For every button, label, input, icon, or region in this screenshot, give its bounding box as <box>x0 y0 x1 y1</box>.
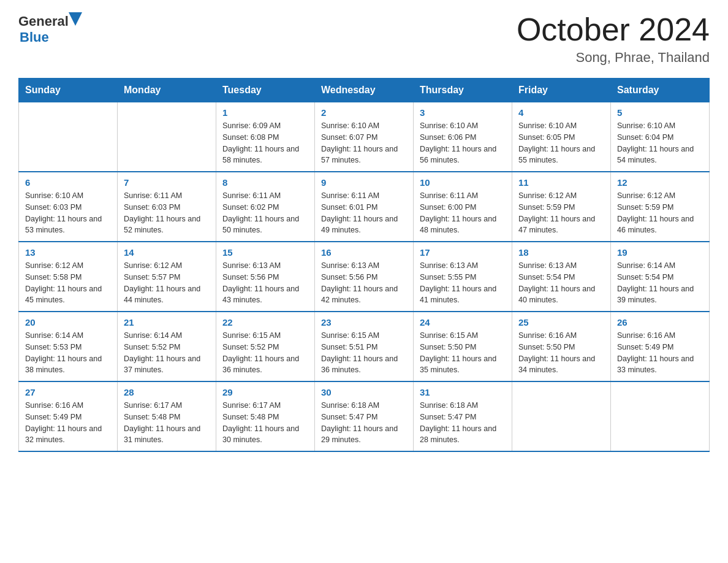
calendar-cell: 8Sunrise: 6:11 AMSunset: 6:02 PMDaylight… <box>216 172 315 242</box>
day-number: 5 <box>617 107 703 118</box>
calendar-cell: 11Sunrise: 6:12 AMSunset: 5:59 PMDayligh… <box>512 172 611 242</box>
calendar-cell: 3Sunrise: 6:10 AMSunset: 6:06 PMDaylight… <box>414 102 512 172</box>
day-info: Sunrise: 6:14 AMSunset: 5:54 PMDaylight:… <box>617 260 703 306</box>
svg-marker-0 <box>69 12 82 26</box>
day-info: Sunrise: 6:13 AMSunset: 5:56 PMDaylight:… <box>321 260 407 306</box>
day-number: 4 <box>518 107 604 118</box>
logo: General Blue <box>18 12 82 45</box>
calendar-week-row: 27Sunrise: 6:16 AMSunset: 5:49 PMDayligh… <box>19 381 710 451</box>
calendar-cell: 12Sunrise: 6:12 AMSunset: 5:59 PMDayligh… <box>611 172 710 242</box>
day-number: 11 <box>518 177 604 188</box>
calendar-cell: 31Sunrise: 6:18 AMSunset: 5:47 PMDayligh… <box>414 381 512 451</box>
day-info: Sunrise: 6:15 AMSunset: 5:50 PMDaylight:… <box>420 330 506 376</box>
logo-general: General <box>18 13 69 29</box>
col-saturday: Saturday <box>611 79 710 102</box>
day-info: Sunrise: 6:12 AMSunset: 5:59 PMDaylight:… <box>617 190 703 236</box>
day-number: 14 <box>124 247 210 258</box>
day-info: Sunrise: 6:12 AMSunset: 5:57 PMDaylight:… <box>124 260 210 306</box>
day-number: 31 <box>420 387 506 397</box>
day-number: 24 <box>420 317 506 327</box>
calendar-cell <box>19 102 118 172</box>
day-info: Sunrise: 6:13 AMSunset: 5:54 PMDaylight:… <box>518 260 604 306</box>
day-info: Sunrise: 6:18 AMSunset: 5:47 PMDaylight:… <box>321 400 407 446</box>
title-block: October 2024 Song, Phrae, Thailand <box>517 12 710 66</box>
calendar-cell: 30Sunrise: 6:18 AMSunset: 5:47 PMDayligh… <box>315 381 414 451</box>
calendar-cell: 25Sunrise: 6:16 AMSunset: 5:50 PMDayligh… <box>512 312 611 381</box>
day-info: Sunrise: 6:13 AMSunset: 5:55 PMDaylight:… <box>420 260 506 306</box>
calendar-cell: 14Sunrise: 6:12 AMSunset: 5:57 PMDayligh… <box>118 242 216 312</box>
day-number: 26 <box>617 317 703 327</box>
calendar-cell: 18Sunrise: 6:13 AMSunset: 5:54 PMDayligh… <box>512 242 611 312</box>
day-info: Sunrise: 6:12 AMSunset: 5:58 PMDaylight:… <box>25 260 111 306</box>
calendar-cell: 22Sunrise: 6:15 AMSunset: 5:52 PMDayligh… <box>216 312 315 381</box>
calendar-cell: 28Sunrise: 6:17 AMSunset: 5:48 PMDayligh… <box>118 381 216 451</box>
calendar-cell: 23Sunrise: 6:15 AMSunset: 5:51 PMDayligh… <box>315 312 414 381</box>
col-tuesday: Tuesday <box>216 79 315 102</box>
day-info: Sunrise: 6:16 AMSunset: 5:49 PMDaylight:… <box>25 400 111 446</box>
day-info: Sunrise: 6:17 AMSunset: 5:48 PMDaylight:… <box>124 400 210 446</box>
day-info: Sunrise: 6:11 AMSunset: 6:02 PMDaylight:… <box>222 190 308 236</box>
calendar-cell: 5Sunrise: 6:10 AMSunset: 6:04 PMDaylight… <box>611 102 710 172</box>
calendar-cell: 29Sunrise: 6:17 AMSunset: 5:48 PMDayligh… <box>216 381 315 451</box>
logo-blue: Blue <box>20 29 49 45</box>
day-number: 29 <box>222 387 308 397</box>
calendar-week-row: 13Sunrise: 6:12 AMSunset: 5:58 PMDayligh… <box>19 242 710 312</box>
calendar-cell: 13Sunrise: 6:12 AMSunset: 5:58 PMDayligh… <box>19 242 118 312</box>
calendar-cell: 2Sunrise: 6:10 AMSunset: 6:07 PMDaylight… <box>315 102 414 172</box>
logo-icon <box>69 12 82 26</box>
calendar-cell <box>611 381 710 451</box>
calendar-cell: 19Sunrise: 6:14 AMSunset: 5:54 PMDayligh… <box>611 242 710 312</box>
day-number: 30 <box>321 387 407 397</box>
calendar-cell: 6Sunrise: 6:10 AMSunset: 6:03 PMDaylight… <box>19 172 118 242</box>
logo-text: General Blue <box>18 12 82 45</box>
calendar-cell: 9Sunrise: 6:11 AMSunset: 6:01 PMDaylight… <box>315 172 414 242</box>
day-number: 10 <box>420 177 506 188</box>
calendar-cell: 7Sunrise: 6:11 AMSunset: 6:03 PMDaylight… <box>118 172 216 242</box>
calendar-cell: 24Sunrise: 6:15 AMSunset: 5:50 PMDayligh… <box>414 312 512 381</box>
day-info: Sunrise: 6:11 AMSunset: 6:01 PMDaylight:… <box>321 190 407 236</box>
day-info: Sunrise: 6:15 AMSunset: 5:51 PMDaylight:… <box>321 330 407 376</box>
calendar-cell: 4Sunrise: 6:10 AMSunset: 6:05 PMDaylight… <box>512 102 611 172</box>
day-info: Sunrise: 6:13 AMSunset: 5:56 PMDaylight:… <box>222 260 308 306</box>
day-number: 19 <box>617 247 703 258</box>
calendar-cell: 1Sunrise: 6:09 AMSunset: 6:08 PMDaylight… <box>216 102 315 172</box>
day-number: 12 <box>617 177 703 188</box>
day-number: 22 <box>222 317 308 327</box>
calendar-cell: 10Sunrise: 6:11 AMSunset: 6:00 PMDayligh… <box>414 172 512 242</box>
day-number: 21 <box>124 317 210 327</box>
day-number: 27 <box>25 387 111 397</box>
col-wednesday: Wednesday <box>315 79 414 102</box>
day-number: 2 <box>321 107 407 118</box>
col-sunday: Sunday <box>19 79 118 102</box>
day-info: Sunrise: 6:10 AMSunset: 6:04 PMDaylight:… <box>617 120 703 166</box>
day-number: 18 <box>518 247 604 258</box>
calendar-week-row: 20Sunrise: 6:14 AMSunset: 5:53 PMDayligh… <box>19 312 710 381</box>
calendar-cell: 20Sunrise: 6:14 AMSunset: 5:53 PMDayligh… <box>19 312 118 381</box>
day-info: Sunrise: 6:11 AMSunset: 6:03 PMDaylight:… <box>124 190 210 236</box>
day-number: 16 <box>321 247 407 258</box>
day-number: 9 <box>321 177 407 188</box>
day-info: Sunrise: 6:12 AMSunset: 5:59 PMDaylight:… <box>518 190 604 236</box>
day-info: Sunrise: 6:10 AMSunset: 6:07 PMDaylight:… <box>321 120 407 166</box>
day-info: Sunrise: 6:14 AMSunset: 5:53 PMDaylight:… <box>25 330 111 376</box>
day-number: 20 <box>25 317 111 327</box>
day-info: Sunrise: 6:09 AMSunset: 6:08 PMDaylight:… <box>222 120 308 166</box>
calendar-cell: 27Sunrise: 6:16 AMSunset: 5:49 PMDayligh… <box>19 381 118 451</box>
calendar-week-row: 1Sunrise: 6:09 AMSunset: 6:08 PMDaylight… <box>19 102 710 172</box>
month-title: October 2024 <box>517 12 710 47</box>
calendar-cell: 17Sunrise: 6:13 AMSunset: 5:55 PMDayligh… <box>414 242 512 312</box>
day-number: 8 <box>222 177 308 188</box>
day-info: Sunrise: 6:16 AMSunset: 5:49 PMDaylight:… <box>617 330 703 376</box>
day-info: Sunrise: 6:10 AMSunset: 6:03 PMDaylight:… <box>25 190 111 236</box>
day-number: 15 <box>222 247 308 258</box>
page-header: General Blue October 2024 Song, Phrae, T… <box>18 12 710 66</box>
day-info: Sunrise: 6:16 AMSunset: 5:50 PMDaylight:… <box>518 330 604 376</box>
calendar-week-row: 6Sunrise: 6:10 AMSunset: 6:03 PMDaylight… <box>19 172 710 242</box>
calendar-cell: 16Sunrise: 6:13 AMSunset: 5:56 PMDayligh… <box>315 242 414 312</box>
location-title: Song, Phrae, Thailand <box>517 50 710 66</box>
col-friday: Friday <box>512 79 611 102</box>
day-number: 7 <box>124 177 210 188</box>
day-info: Sunrise: 6:14 AMSunset: 5:52 PMDaylight:… <box>124 330 210 376</box>
day-info: Sunrise: 6:10 AMSunset: 6:05 PMDaylight:… <box>518 120 604 166</box>
calendar-cell: 15Sunrise: 6:13 AMSunset: 5:56 PMDayligh… <box>216 242 315 312</box>
